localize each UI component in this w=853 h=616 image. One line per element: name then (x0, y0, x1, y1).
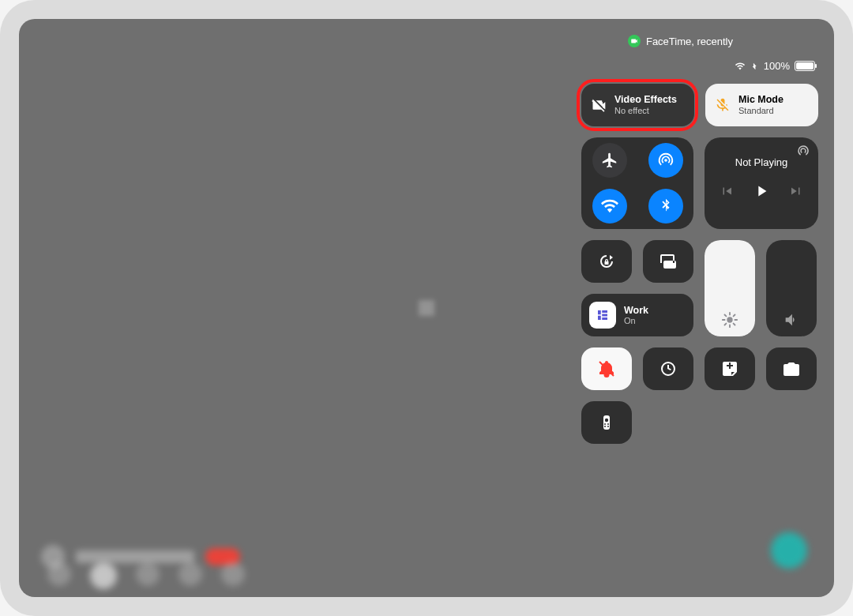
connectivity-tile[interactable] (581, 137, 693, 229)
self-view-blur (771, 532, 807, 569)
video-effects-sub: No effect (614, 106, 677, 115)
svg-point-5 (604, 426, 606, 427)
brightness-icon (721, 311, 738, 329)
orientation-lock-button[interactable] (581, 240, 632, 283)
mic-mode-sub: Standard (738, 106, 783, 115)
mic-off-icon (715, 97, 731, 113)
screen-mirroring-button[interactable] (643, 240, 693, 283)
bluetooth-icon (657, 197, 675, 215)
ipad-frame: FaceTime, recently 100% Video Effects No… (0, 0, 853, 616)
airplane-mode-button[interactable] (592, 143, 627, 178)
timer-icon (659, 359, 678, 378)
audio-route-icon[interactable] (796, 144, 810, 158)
airplane-icon (601, 152, 618, 169)
camera-button[interactable] (766, 347, 817, 390)
charging-icon (751, 61, 759, 72)
volume-icon (783, 311, 800, 329)
focus-title: Work (624, 305, 648, 316)
silent-mode-button[interactable] (581, 347, 632, 390)
status-pill-label: FaceTime, recently (646, 36, 733, 47)
wifi-icon (734, 62, 746, 71)
brightness-slider[interactable] (705, 240, 755, 336)
battery-icon (795, 61, 815, 71)
video-effects-title: Video Effects (614, 95, 677, 106)
battery-percent: 100% (764, 60, 790, 72)
wifi-icon (601, 197, 618, 215)
note-add-icon (720, 359, 739, 378)
background-blur-element (419, 300, 434, 316)
timer-button[interactable] (643, 347, 693, 390)
screen: FaceTime, recently 100% Video Effects No… (19, 19, 834, 597)
airdrop-icon (657, 152, 675, 169)
focus-button[interactable]: Work On (581, 294, 693, 336)
apple-tv-remote-button[interactable] (581, 401, 632, 444)
svg-point-2 (605, 419, 608, 422)
control-center: Video Effects No effect Mic Mode Standar… (581, 84, 818, 444)
play-icon[interactable] (753, 182, 770, 200)
airdrop-button[interactable] (648, 143, 683, 178)
svg-point-0 (727, 317, 732, 322)
prev-track-icon[interactable] (720, 184, 734, 198)
mic-mode-title: Mic Mode (738, 95, 783, 106)
now-playing-tile[interactable]: Not Playing (705, 137, 818, 229)
volume-slider[interactable] (766, 240, 817, 336)
svg-point-6 (607, 426, 609, 427)
remote-icon (597, 413, 616, 432)
svg-point-4 (607, 423, 609, 425)
now-playing-title: Not Playing (735, 156, 787, 168)
camera-indicator-icon (628, 35, 641, 47)
quick-note-button[interactable] (705, 347, 755, 390)
video-effects-button[interactable]: Video Effects No effect (581, 84, 694, 126)
focus-work-icon (589, 302, 616, 329)
screen-mirroring-icon (659, 252, 678, 271)
next-track-icon[interactable] (789, 184, 803, 198)
svg-point-3 (604, 423, 606, 425)
svg-rect-1 (603, 415, 610, 430)
bell-off-icon (597, 359, 616, 378)
bluetooth-button[interactable] (648, 189, 683, 223)
orientation-lock-icon (597, 252, 616, 271)
focus-sub: On (624, 316, 648, 325)
status-bar: 100% (734, 60, 815, 72)
status-pill-facetime[interactable]: FaceTime, recently (628, 35, 733, 47)
facetime-controls-blur (47, 562, 245, 597)
video-off-icon (591, 97, 607, 113)
mic-mode-button[interactable]: Mic Mode Standard (705, 84, 818, 126)
wifi-button[interactable] (592, 189, 627, 223)
camera-icon (782, 359, 801, 378)
